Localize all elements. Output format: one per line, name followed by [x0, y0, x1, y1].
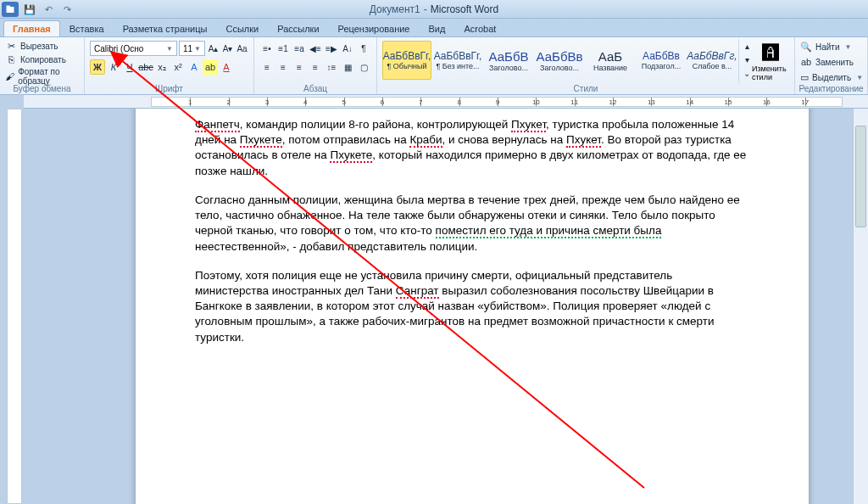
multilevel-button[interactable]: ≡a	[292, 41, 307, 56]
style-item[interactable]: АаБбВвГг,¶ Обычный	[382, 41, 431, 80]
copy-icon: ⎘	[5, 53, 17, 65]
tab-разметка страницы[interactable]: Разметка страницы	[114, 20, 217, 36]
align-center-button[interactable]: ≡	[275, 59, 291, 75]
strikethrough-button[interactable]: abc	[138, 59, 153, 75]
font-color-button[interactable]: A	[219, 59, 234, 75]
styles-gallery[interactable]: АаБбВвГг,¶ ОбычныйАаБбВвГг,¶ Без инте...…	[381, 39, 738, 81]
grow-font-button[interactable]: A▴	[207, 41, 220, 56]
vertical-scrollbar[interactable]	[853, 109, 868, 504]
paragraph-group: ≡• ≡1 ≡a ◀≡ ≡▶ A↓ ¶ ≡ ≡ ≡ ≡ ↕≡ ▦ ▢ Абзац	[254, 37, 377, 94]
align-left-button[interactable]: ≡	[259, 59, 275, 75]
font-label: Шрифт	[85, 84, 253, 93]
document-page[interactable]: Фанпетч, командир полиции 8-го района, к…	[136, 109, 809, 504]
workspace: Фанпетч, командир полиции 8-го района, к…	[0, 109, 868, 504]
clipboard-group: ✂Вырезать ⎘Копировать 🖌Формат по образцу…	[0, 37, 85, 94]
scissors-icon: ✂	[5, 40, 17, 52]
decrease-indent-button[interactable]: ◀≡	[308, 41, 323, 56]
style-item[interactable]: АаБНазвание	[586, 41, 635, 80]
app-name: Microsoft Word	[431, 3, 498, 15]
style-item[interactable]: АаБбВЗаголово...	[484, 41, 533, 80]
change-case-button[interactable]: Aa	[236, 41, 248, 56]
save-icon[interactable]: 💾	[22, 2, 37, 17]
ribbon-tabs: ГлавнаяВставкаРазметка страницыСсылкиРас…	[0, 19, 868, 37]
increase-indent-button[interactable]: ≡▶	[324, 41, 339, 56]
font-size-combo[interactable]: 11▼	[179, 41, 205, 56]
style-item[interactable]: АаБбВвЗаголово...	[535, 41, 584, 80]
tab-вид[interactable]: Вид	[420, 20, 455, 36]
document-title: Документ1	[370, 3, 420, 15]
bullets-button[interactable]: ≡•	[259, 41, 275, 56]
italic-button[interactable]: К	[106, 59, 121, 75]
text-effects-button[interactable]: A	[186, 59, 202, 75]
shading-button[interactable]: ▦	[340, 59, 355, 75]
bold-button[interactable]: Ж	[90, 59, 105, 75]
line-spacing-button[interactable]: ↕≡	[324, 59, 339, 75]
undo-icon[interactable]: ↶	[41, 2, 56, 17]
justify-button[interactable]: ≡	[308, 59, 323, 75]
style-item[interactable]: АаБбВвГг,¶ Без инте...	[433, 41, 482, 80]
underline-button[interactable]: Ч	[122, 59, 137, 75]
tab-рецензирование[interactable]: Рецензирование	[329, 20, 420, 36]
superscript-button[interactable]: x²	[170, 59, 186, 75]
replace-button[interactable]: abЗаменить	[798, 54, 864, 70]
horizontal-ruler[interactable]: 1234567891011121314151617	[24, 95, 868, 109]
brush-icon: 🖌	[5, 70, 14, 82]
select-button[interactable]: ▭Выделить▼	[798, 70, 864, 85]
style-item[interactable]: АаБбВвГг,Слабое в...	[687, 41, 737, 80]
redo-icon[interactable]: ↷	[59, 2, 75, 17]
style-item[interactable]: АаБбВвПодзагол...	[637, 41, 686, 80]
document-body[interactable]: Фанпетч, командир полиции 8-го района, к…	[195, 117, 749, 345]
tab-ссылки[interactable]: Ссылки	[216, 20, 268, 36]
shrink-font-button[interactable]: A▾	[221, 41, 234, 56]
clipboard-label: Буфер обмена	[0, 84, 84, 93]
tab-рассылки[interactable]: Рассылки	[268, 20, 328, 36]
show-marks-button[interactable]: ¶	[356, 41, 371, 56]
sort-button[interactable]: A↓	[340, 41, 355, 56]
file-menu-button[interactable]	[2, 2, 19, 17]
font-group: Calibri (Осно▼ 11▼ A▴ A▾ Aa Ж К Ч abc x₂…	[85, 37, 254, 94]
styles-group: АаБбВвГг,¶ ОбычныйАаБбВвГг,¶ Без инте...…	[377, 37, 795, 94]
copy-button[interactable]: ⎘Копировать	[3, 53, 81, 66]
align-right-button[interactable]: ≡	[292, 59, 307, 75]
tab-acrobat[interactable]: Acrobat	[454, 20, 505, 36]
replace-icon: ab	[800, 56, 812, 68]
ribbon: ✂Вырезать ⎘Копировать 🖌Формат по образцу…	[0, 37, 868, 95]
cut-button[interactable]: ✂Вырезать	[3, 39, 81, 53]
borders-button[interactable]: ▢	[356, 59, 371, 75]
paragraph-label: Абзац	[254, 84, 376, 93]
styles-label: Стили	[377, 84, 794, 93]
editing-label: Редактирование	[795, 84, 867, 93]
editing-group: 🔍Найти▼ abЗаменить ▭Выделить▼ Редактиров…	[795, 37, 868, 94]
titlebar: 💾 ↶ ↷ Документ1 - Microsoft Word	[0, 0, 868, 19]
vertical-ruler[interactable]	[7, 109, 22, 504]
scroll-thumb[interactable]	[855, 126, 866, 227]
numbering-button[interactable]: ≡1	[275, 41, 291, 56]
select-icon: ▭	[800, 71, 809, 83]
font-name-combo[interactable]: Calibri (Осно▼	[90, 41, 177, 56]
change-styles-icon: 🅰	[759, 41, 782, 64]
subscript-button[interactable]: x₂	[154, 59, 170, 75]
find-icon: 🔍	[800, 41, 812, 53]
tab-вставка[interactable]: Вставка	[60, 20, 114, 36]
highlight-button[interactable]: ab	[203, 59, 218, 75]
tab-главная[interactable]: Главная	[3, 20, 60, 36]
find-button[interactable]: 🔍Найти▼	[798, 39, 864, 54]
change-styles-button[interactable]: 🅰 Изменить стили	[750, 39, 791, 83]
